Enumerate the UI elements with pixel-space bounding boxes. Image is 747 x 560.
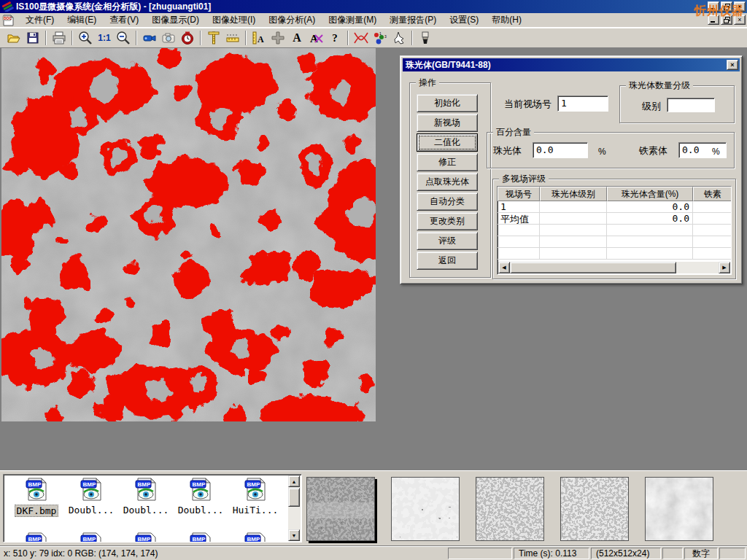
new-field-button[interactable]: 新视场	[417, 114, 478, 132]
col-field-no[interactable]: 视场号	[498, 187, 540, 201]
open-folder-icon[interactable]	[4, 29, 23, 47]
dialog-close-button[interactable]: ×	[727, 60, 738, 70]
save-icon[interactable]	[23, 29, 42, 47]
scroll-right-icon[interactable]: ▶	[719, 262, 730, 273]
curve-tool-icon[interactable]	[352, 29, 371, 47]
dialog-title: 珠光体(GB/T9441-88)	[406, 59, 491, 71]
file-item[interactable]: BMP DKF.bmp	[11, 477, 62, 517]
sample-thumbnail-3[interactable]	[476, 477, 544, 541]
file-item-partial[interactable]: BMP	[66, 532, 117, 542]
mdi-minimize-button[interactable]	[708, 15, 719, 25]
change-class-button[interactable]: 更改类别	[417, 212, 478, 230]
mdi-restore-button[interactable]	[721, 15, 732, 25]
file-name[interactable]: Doubl...	[67, 505, 116, 516]
menu-view[interactable]: 查看(V)	[103, 13, 145, 27]
scroll-down-icon[interactable]: ▼	[288, 529, 300, 541]
file-item-partial[interactable]: BMP	[175, 532, 226, 542]
pick-pearlite-button[interactable]: 点取珠光体	[417, 173, 478, 191]
menu-settings[interactable]: 设置(S)	[443, 13, 485, 27]
pearlite-value-input[interactable]: 0.0	[533, 142, 588, 158]
title-bar: IS100显微摄像系统(金相分析版) - [zhuguangti01] ×	[0, 0, 747, 13]
multifield-table[interactable]: 视场号 珠光体级别 珠光体含量(%) 铁素 1 0.0 平均值 0.0	[497, 186, 732, 275]
return-button[interactable]: 返回	[417, 252, 478, 270]
scroll-up-icon[interactable]: ▲	[288, 475, 300, 487]
menu-file[interactable]: 文件(F)	[19, 13, 61, 27]
print-icon[interactable]	[50, 29, 69, 47]
col-pearlite-grade[interactable]: 珠光体级别	[540, 187, 607, 201]
file-item[interactable]: BMP Doubl...	[175, 477, 226, 516]
ruler-icon[interactable]	[223, 29, 242, 47]
paint-brush-icon[interactable]	[416, 29, 435, 47]
svg-text:BMP: BMP	[83, 481, 96, 488]
status-empty-panel	[662, 548, 683, 559]
text-a-icon[interactable]: A	[287, 29, 306, 47]
micrograph-image[interactable]	[1, 48, 376, 421]
menu-image-analysis[interactable]: 图像分析(A)	[262, 13, 322, 27]
scrollbar-thumb[interactable]	[510, 262, 676, 273]
pick-hand-icon[interactable]	[390, 29, 409, 47]
minimize-button[interactable]	[708, 1, 719, 12]
menu-image-process[interactable]: 图像处理(I)	[206, 13, 262, 27]
col-pearlite-content[interactable]: 珠光体含量(%)	[607, 187, 693, 201]
zoom-out-icon[interactable]	[114, 29, 133, 47]
restore-button[interactable]	[721, 1, 732, 12]
file-item[interactable]: BMP Doubl...	[120, 477, 171, 516]
level-input[interactable]	[667, 98, 715, 112]
toolbar-separator	[136, 31, 137, 45]
ferrite-unit: %	[712, 146, 720, 158]
file-item[interactable]: BMP Doubl...	[66, 477, 117, 516]
video-camera-icon[interactable]	[140, 29, 159, 47]
col-ferrite[interactable]: 铁素	[693, 187, 732, 201]
file-browser[interactable]: BMP DKF.bmp BMP Doubl... BMP	[3, 474, 302, 542]
file-name[interactable]: DKF.bmp	[15, 505, 59, 517]
mdi-close-button[interactable]: ×	[734, 15, 746, 25]
binarize-button[interactable]: 二值化	[417, 133, 478, 152]
grade-button[interactable]: 评级	[417, 232, 478, 250]
svg-text:BMP: BMP	[193, 481, 206, 488]
status-time: Time (s): 0.113	[514, 548, 589, 559]
sample-thumbnail-5[interactable]	[645, 477, 713, 541]
file-name[interactable]: Doubl...	[122, 505, 171, 516]
menu-measure-report[interactable]: 测量报告(P)	[383, 13, 443, 27]
pearlite-label: 珠光体	[493, 145, 522, 157]
menu-image-measure[interactable]: 图像测量(M)	[322, 13, 383, 27]
grading-group: 珠光体数量分级 级别	[619, 85, 735, 123]
document-system-icon[interactable]: DOC	[1, 15, 16, 26]
count-points-icon[interactable]: 13	[371, 29, 390, 47]
menu-help[interactable]: 帮助(H)	[485, 13, 528, 27]
caliper-icon[interactable]	[204, 29, 223, 47]
init-button[interactable]: 初始化	[417, 94, 478, 112]
sample-thumbnail-1[interactable]	[306, 477, 375, 541]
one-to-one-icon[interactable]: 1:1	[95, 29, 114, 47]
correct-button[interactable]: 修正	[417, 153, 478, 171]
table-row[interactable]: 1 0.0	[498, 201, 731, 213]
scrollbar-thumb[interactable]	[288, 488, 300, 507]
current-field-input[interactable]: 1	[557, 96, 608, 112]
file-item-partial[interactable]: BMP	[11, 532, 62, 542]
file-item-partial[interactable]: BMP	[120, 532, 171, 542]
table-row[interactable]: 平均值 0.0	[498, 213, 731, 225]
table-horizontal-scrollbar[interactable]: ◀ ▶	[498, 262, 730, 273]
zoom-in-icon[interactable]	[76, 29, 95, 47]
file-item[interactable]: BMP HuiTi...	[230, 477, 281, 516]
menu-edit[interactable]: 编辑(E)	[61, 13, 103, 27]
file-vertical-scrollbar[interactable]: ▲ ▼	[288, 475, 301, 541]
photo-camera-icon[interactable]	[159, 29, 178, 47]
help-icon[interactable]: ?	[325, 29, 344, 47]
sample-thumbnail-2[interactable]	[391, 477, 460, 541]
menu-image-display[interactable]: 图像显示(D)	[145, 13, 206, 27]
sample-thumbnail-4[interactable]	[560, 477, 629, 541]
text-a-delete-icon[interactable]: A	[306, 29, 325, 47]
timer-clock-icon[interactable]	[178, 29, 197, 47]
scroll-left-icon[interactable]: ◀	[498, 262, 510, 273]
file-name[interactable]: HuiTi...	[231, 505, 280, 516]
file-name[interactable]: Doubl...	[177, 505, 225, 516]
level-label: 级别	[642, 101, 661, 112]
close-button[interactable]: ×	[734, 1, 746, 12]
table-header-row: 视场号 珠光体级别 珠光体含量(%) 铁素	[498, 187, 731, 201]
table-row-empty	[498, 248, 731, 260]
move-cross-icon[interactable]	[268, 29, 287, 47]
measure-label-icon[interactable]: A	[249, 29, 268, 47]
auto-classify-button[interactable]: 自动分类	[417, 192, 478, 211]
file-item-partial[interactable]: BMP	[230, 532, 281, 542]
